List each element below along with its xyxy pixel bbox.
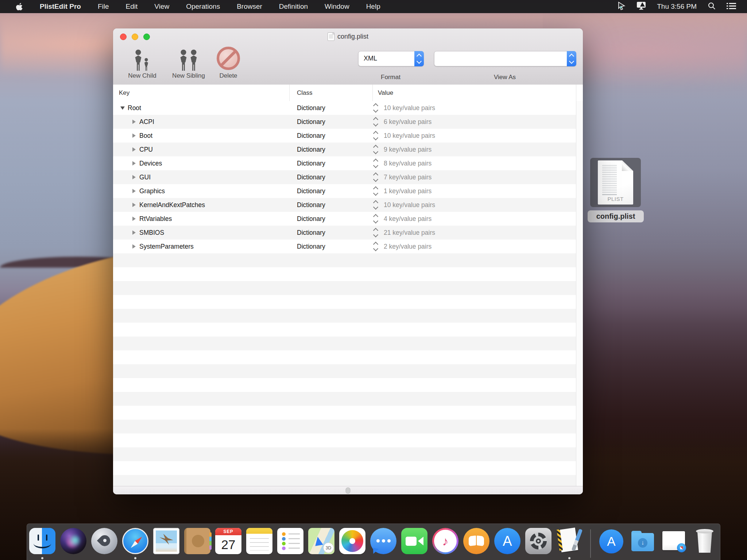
disclosure-triangle-icon[interactable] [132, 161, 136, 166]
dock-item-photos[interactable] [339, 528, 365, 559]
title-bar[interactable]: config.plist [113, 28, 583, 44]
dock-item-facetime[interactable] [401, 528, 427, 559]
value-stepper-icon[interactable] [374, 159, 379, 167]
value-stepper-icon[interactable] [374, 229, 379, 237]
menu-help[interactable]: Help [366, 3, 380, 11]
disclosure-triangle-icon[interactable] [132, 147, 136, 152]
dock-item-contacts[interactable] [184, 528, 210, 559]
row-class[interactable]: Dictionary [297, 101, 325, 115]
row-class[interactable]: Dictionary [297, 129, 325, 143]
dock-item-downloads-folder[interactable]: ↓ [630, 528, 656, 559]
safari-icon[interactable] [122, 528, 148, 554]
reminders-icon[interactable] [277, 528, 303, 554]
disclosure-triangle-icon[interactable] [132, 230, 136, 235]
disclosure-triangle-icon[interactable] [132, 189, 136, 193]
dock-item-system-preferences[interactable] [525, 528, 551, 559]
notes-icon[interactable] [246, 528, 272, 554]
vertical-scrollbar[interactable] [576, 101, 583, 486]
value-stepper-icon[interactable] [374, 104, 379, 112]
menu-edit[interactable]: Edit [126, 3, 138, 11]
table-row[interactable]: GUIDictionary7 key/value pairs [113, 170, 576, 184]
spotlight-icon[interactable] [708, 2, 716, 12]
messages-icon[interactable] [370, 528, 396, 554]
delete-button[interactable]: Delete [213, 47, 244, 79]
applications-folder-icon[interactable]: A [599, 528, 625, 554]
dock-item-siri[interactable] [60, 528, 86, 559]
value-stepper-icon[interactable] [374, 173, 379, 181]
dock-item-launchpad[interactable] [91, 528, 117, 559]
dock-item-notes[interactable] [246, 528, 272, 559]
siri-icon[interactable] [60, 528, 86, 554]
row-class[interactable]: Dictionary [297, 170, 325, 184]
facetime-icon[interactable] [401, 528, 427, 554]
new-sibling-button[interactable]: New Sibling [169, 47, 209, 79]
dock-item-messages[interactable] [370, 528, 396, 559]
cursor-icon[interactable] [618, 1, 626, 12]
finder-icon[interactable] [29, 528, 55, 554]
dock-item-app-store[interactable]: A [494, 528, 520, 559]
desktop-file-label[interactable]: config.plist [588, 210, 644, 222]
plistedit-pro-icon[interactable] [556, 528, 582, 554]
format-popup[interactable]: XML [358, 51, 424, 66]
table-row[interactable]: RtVariablesDictionary4 key/value pairs [113, 212, 576, 226]
maps-icon[interactable]: 3D [308, 528, 334, 554]
row-class[interactable]: Dictionary [297, 143, 325, 156]
column-divider[interactable] [372, 85, 373, 101]
display-icon[interactable] [636, 1, 646, 12]
row-class[interactable]: Dictionary [297, 115, 325, 129]
row-class[interactable]: Dictionary [297, 198, 325, 212]
menu-clock[interactable]: Thu 3:56 PM [657, 3, 697, 11]
disclosure-triangle-icon[interactable] [132, 203, 136, 207]
view-as-popup[interactable] [434, 51, 576, 66]
desktop-file-config-plist[interactable]: PLIST [590, 158, 641, 207]
column-header-key[interactable]: Key [119, 85, 129, 101]
calendar-icon[interactable]: SEP27 [215, 528, 241, 554]
menu-operations[interactable]: Operations [186, 3, 220, 11]
trash-icon[interactable] [692, 528, 718, 554]
table-row[interactable]: SMBIOSDictionary21 key/value pairs [113, 226, 576, 240]
menu-browser[interactable]: Browser [237, 3, 262, 11]
disclosure-triangle-expanded-icon[interactable] [120, 106, 125, 110]
value-stepper-icon[interactable] [374, 187, 379, 195]
itunes-icon[interactable]: ♪ [432, 528, 458, 554]
dock-item-maps[interactable]: 3D [308, 528, 334, 559]
table-row[interactable]: RootDictionary10 key/value pairs [113, 101, 576, 115]
value-stepper-icon[interactable] [374, 242, 379, 250]
row-class[interactable]: Dictionary [297, 212, 325, 226]
row-class[interactable]: Dictionary [297, 156, 325, 170]
mail-icon[interactable] [153, 528, 179, 554]
column-header-class[interactable]: Class [297, 85, 313, 101]
menu-app-name[interactable]: PlistEdit Pro [40, 3, 81, 11]
menu-window[interactable]: Window [325, 3, 349, 11]
dock-item-reminders[interactable] [277, 528, 303, 559]
menu-view[interactable]: View [154, 3, 169, 11]
value-stepper-icon[interactable] [374, 201, 379, 209]
new-child-button[interactable]: New Child [123, 47, 161, 79]
menu-definition[interactable]: Definition [279, 3, 308, 11]
launchpad-icon[interactable] [91, 528, 117, 554]
disclosure-triangle-icon[interactable] [132, 175, 136, 179]
contacts-icon[interactable] [184, 528, 210, 554]
table-row[interactable]: KernelAndKextPatchesDictionary10 key/val… [113, 198, 576, 212]
table-row[interactable]: DevicesDictionary8 key/value pairs [113, 156, 576, 170]
dock-item-trash[interactable] [692, 528, 718, 559]
table-row[interactable]: ACPIDictionary6 key/value pairs [113, 115, 576, 129]
document-proxy-icon[interactable] [328, 32, 334, 41]
scroll-handle[interactable] [346, 487, 351, 494]
table-row[interactable]: BootDictionary10 key/value pairs [113, 129, 576, 143]
disclosure-triangle-icon[interactable] [132, 244, 136, 249]
notification-list-icon[interactable] [727, 2, 736, 11]
downloads-folder-icon[interactable]: ↓ [630, 528, 656, 554]
table-row[interactable]: SystemParametersDictionary2 key/value pa… [113, 240, 576, 253]
value-stepper-icon[interactable] [374, 145, 379, 153]
app-store-icon[interactable]: A [494, 528, 520, 554]
dock-item-ibooks[interactable] [463, 528, 489, 559]
menu-file[interactable]: File [98, 3, 109, 11]
disclosure-triangle-icon[interactable] [132, 120, 136, 124]
dock-item-minimized-window[interactable] [661, 528, 687, 559]
value-stepper-icon[interactable] [374, 132, 379, 140]
table-row[interactable]: CPUDictionary9 key/value pairs [113, 143, 576, 156]
minimized-window-icon[interactable] [661, 528, 687, 554]
system-preferences-icon[interactable] [525, 528, 551, 554]
row-class[interactable]: Dictionary [297, 226, 325, 240]
